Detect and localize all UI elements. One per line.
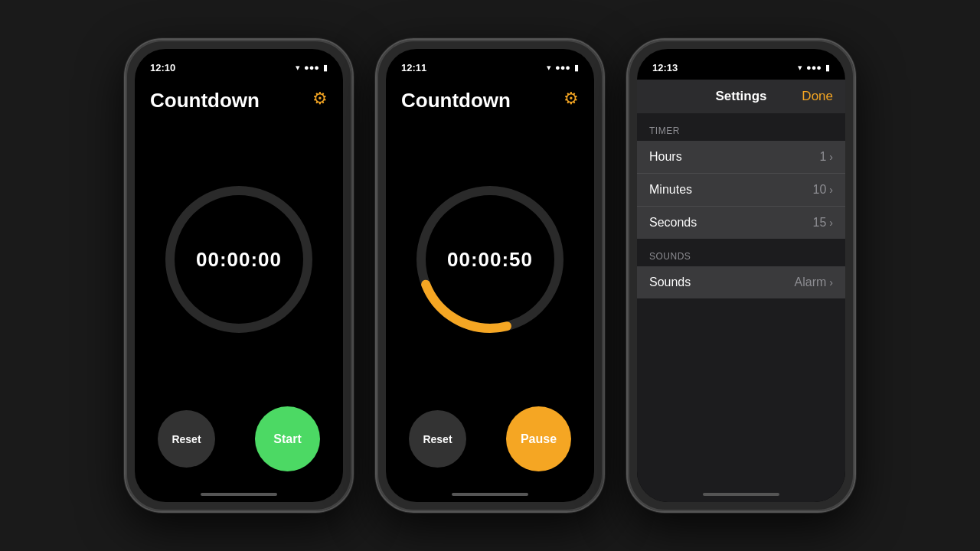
phone2-gear-icon[interactable]: ⚙ <box>564 89 579 109</box>
sounds-settings-group: Sounds Alarm › <box>637 266 845 298</box>
seconds-value: 15 <box>813 216 827 230</box>
phone2-title: Countdown <box>401 89 511 112</box>
battery-icon: ▮ <box>825 63 830 73</box>
seconds-chevron-icon: › <box>829 217 833 229</box>
phone2-pause-button[interactable]: Pause <box>506 406 571 471</box>
phone1-start-button[interactable]: Start <box>255 406 320 471</box>
phone2-timer-area: 00:00:50 <box>401 120 579 399</box>
sounds-label: Sounds <box>649 276 691 289</box>
hours-value: 1 <box>819 150 826 164</box>
hours-value-container: 1 › <box>819 150 833 164</box>
settings-row-minutes[interactable]: Minutes 10 › <box>637 174 845 207</box>
phone2-time: 12:11 <box>401 62 426 73</box>
sounds-section-label: SOUNDS <box>637 239 845 266</box>
seconds-value-container: 15 › <box>813 216 833 230</box>
phone1-timer-area: 00:00:00 <box>150 120 328 399</box>
minutes-label: Minutes <box>649 183 692 197</box>
phone3: 12:13 ▾ ●●● ▮ Settings Done TIMER Hours <box>626 38 856 513</box>
battery-icon: ▮ <box>574 63 579 73</box>
timer-section-label: TIMER <box>637 113 845 141</box>
settings-done-button[interactable]: Done <box>802 89 833 104</box>
phone1-reset-button[interactable]: Reset <box>158 410 215 468</box>
settings-title: Settings <box>715 89 766 104</box>
phone2-timer-display: 00:00:50 <box>447 248 533 272</box>
phone3-home-indicator <box>703 493 779 496</box>
phone1-content: Countdown ⚙ 00:00:00 Reset Start <box>135 80 343 502</box>
seconds-label: Seconds <box>649 216 697 230</box>
settings-screen: Settings Done TIMER Hours 1 › Minutes <box>637 80 845 502</box>
phone1: 12:10 ▾ ●●● ▮ Countdown ⚙ 0 <box>124 38 354 513</box>
phone1-circle-wrapper: 00:00:00 <box>158 179 319 340</box>
wifi-icon: ▾ <box>296 63 300 73</box>
phone3-screen: 12:13 ▾ ●●● ▮ Settings Done TIMER Hours <box>637 49 845 502</box>
settings-row-sounds[interactable]: Sounds Alarm › <box>637 266 845 298</box>
phone1-screen: 12:10 ▾ ●●● ▮ Countdown ⚙ 0 <box>135 49 343 502</box>
phone1-gear-icon[interactable]: ⚙ <box>312 89 328 109</box>
minutes-chevron-icon: › <box>829 184 833 196</box>
minutes-value: 10 <box>813 183 827 197</box>
battery-icon: ▮ <box>323 63 328 73</box>
phone1-notch <box>193 49 285 70</box>
phone2-circle-wrapper: 00:00:50 <box>410 179 570 340</box>
settings-header: Settings Done <box>637 80 845 113</box>
phone3-notch <box>695 49 787 70</box>
phone3-status-icons: ▾ ●●● ▮ <box>798 63 830 73</box>
phone2-reset-button[interactable]: Reset <box>409 410 466 468</box>
phone2-home-indicator <box>452 493 528 496</box>
settings-row-hours[interactable]: Hours 1 › <box>637 141 845 174</box>
phone3-time: 12:13 <box>652 62 678 73</box>
phone2-content: Countdown ⚙ 00:00:50 Reset Pa <box>386 80 594 502</box>
sounds-value: Alarm <box>795 276 827 289</box>
phone2-notch <box>444 49 536 70</box>
phone2-screen: 12:11 ▾ ●●● ▮ Countdown ⚙ <box>386 49 594 502</box>
phone1-header: Countdown ⚙ <box>150 86 328 112</box>
timer-settings-group: Hours 1 › Minutes 10 › S <box>637 141 845 239</box>
phone2-status-icons: ▾ ●●● ▮ <box>547 63 579 73</box>
hours-chevron-icon: › <box>829 151 833 163</box>
phone1-buttons: Reset Start <box>150 399 328 487</box>
phone2-header: Countdown ⚙ <box>401 86 579 112</box>
phone2-buttons: Reset Pause <box>401 399 579 487</box>
hours-label: Hours <box>649 150 682 164</box>
phone1-timer-display: 00:00:00 <box>196 248 282 272</box>
wifi-icon: ▾ <box>547 63 551 73</box>
phone1-status-icons: ▾ ●●● ▮ <box>296 63 328 73</box>
phone1-home-indicator <box>201 493 277 496</box>
phone1-time: 12:10 <box>150 62 175 73</box>
minutes-value-container: 10 › <box>813 183 833 197</box>
phone2: 12:11 ▾ ●●● ▮ Countdown ⚙ <box>375 38 605 513</box>
settings-row-seconds[interactable]: Seconds 15 › <box>637 207 845 239</box>
phones-container: 12:10 ▾ ●●● ▮ Countdown ⚙ 0 <box>124 38 856 513</box>
signal-icon: ●●● <box>555 63 570 72</box>
phone1-title: Countdown <box>150 89 260 112</box>
sounds-value-container: Alarm › <box>795 276 833 289</box>
wifi-icon: ▾ <box>798 63 802 73</box>
signal-icon: ●●● <box>806 63 822 72</box>
signal-icon: ●●● <box>304 63 319 72</box>
sounds-chevron-icon: › <box>829 276 833 289</box>
